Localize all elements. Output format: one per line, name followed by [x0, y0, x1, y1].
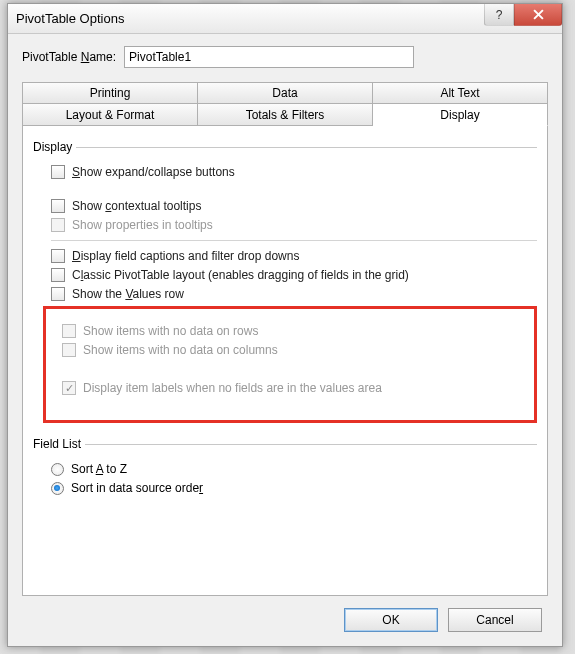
- dialog-content: PivotTable Name: Printing Data Alt Text …: [8, 34, 562, 646]
- option-expand-collapse[interactable]: Show expand/collapse buttons: [51, 165, 537, 179]
- option-values-row[interactable]: Show the Values row: [51, 287, 537, 301]
- cancel-button[interactable]: Cancel: [448, 608, 542, 632]
- option-label: Display item labels when no fields are i…: [83, 381, 382, 395]
- radio-icon: [51, 463, 64, 476]
- checkbox-icon: [51, 249, 65, 263]
- titlebar[interactable]: PivotTable Options ?: [8, 4, 562, 34]
- help-button[interactable]: ?: [484, 4, 514, 26]
- radio-sort-source-order[interactable]: Sort in data source order: [51, 481, 537, 495]
- option-label: Show the Values row: [72, 287, 184, 301]
- checkbox-icon: [51, 165, 65, 179]
- option-label: Show items with no data on rows: [83, 324, 258, 338]
- option-label: Show properties in tooltips: [72, 218, 213, 232]
- radio-icon: [51, 482, 64, 495]
- tab-display[interactable]: Display: [373, 104, 548, 126]
- tab-layout-format[interactable]: Layout & Format: [22, 104, 198, 126]
- checkbox-icon: [62, 381, 76, 395]
- option-label: Show contextual tooltips: [72, 199, 201, 213]
- checkbox-icon: [62, 324, 76, 338]
- name-row: PivotTable Name:: [22, 46, 548, 68]
- option-label: Show items with no data on columns: [83, 343, 278, 357]
- checkbox-icon: [51, 287, 65, 301]
- option-properties-tooltips: Show properties in tooltips: [51, 218, 537, 232]
- checkbox-icon: [51, 218, 65, 232]
- radio-label: Sort A to Z: [71, 462, 127, 476]
- group-field-list-legend: Field List: [33, 437, 85, 451]
- window-title: PivotTable Options: [16, 11, 124, 26]
- option-item-labels: Display item labels when no fields are i…: [62, 381, 526, 395]
- radio-label: Sort in data source order: [71, 481, 203, 495]
- option-label: Show expand/collapse buttons: [72, 165, 235, 179]
- help-icon: ?: [496, 8, 503, 22]
- close-button[interactable]: [514, 4, 562, 26]
- tab-panel-display: Display Show expand/collapse buttons Sho…: [22, 126, 548, 596]
- tab-data[interactable]: Data: [198, 82, 373, 104]
- radio-sort-az[interactable]: Sort A to Z: [51, 462, 537, 476]
- option-nodata-rows: Show items with no data on rows: [62, 324, 526, 338]
- tab-row-1: Printing Data Alt Text: [22, 82, 548, 104]
- group-field-list: Field List Sort A to Z Sort in data sour…: [33, 437, 537, 500]
- separator: [51, 240, 537, 241]
- tab-totals-filters[interactable]: Totals & Filters: [198, 104, 373, 126]
- tab-row-2: Layout & Format Totals & Filters Display: [22, 104, 548, 126]
- group-display: Display Show expand/collapse buttons Sho…: [33, 140, 537, 427]
- option-label: Display field captions and filter drop d…: [72, 249, 299, 263]
- tab-alt-text[interactable]: Alt Text: [373, 82, 548, 104]
- ok-button[interactable]: OK: [344, 608, 438, 632]
- option-contextual-tooltips[interactable]: Show contextual tooltips: [51, 199, 537, 213]
- option-display-captions[interactable]: Display field captions and filter drop d…: [51, 249, 537, 263]
- checkbox-icon: [51, 268, 65, 282]
- dialog-footer: OK Cancel: [22, 596, 548, 636]
- name-label: PivotTable Name:: [22, 50, 116, 64]
- pivottable-name-input[interactable]: [124, 46, 414, 68]
- window-buttons: ?: [484, 4, 562, 26]
- highlight-box: Show items with no data on rows Show ite…: [43, 306, 537, 423]
- option-classic-layout[interactable]: Classic PivotTable layout (enables dragg…: [51, 268, 537, 282]
- checkbox-icon: [51, 199, 65, 213]
- pivottable-options-dialog: PivotTable Options ? PivotTable Name: Pr…: [7, 3, 563, 647]
- group-display-legend: Display: [33, 140, 76, 154]
- option-nodata-columns: Show items with no data on columns: [62, 343, 526, 357]
- option-label: Classic PivotTable layout (enables dragg…: [72, 268, 409, 282]
- tab-printing[interactable]: Printing: [22, 82, 198, 104]
- checkbox-icon: [62, 343, 76, 357]
- tabs: Printing Data Alt Text Layout & Format T…: [22, 82, 548, 126]
- close-icon: [533, 9, 544, 20]
